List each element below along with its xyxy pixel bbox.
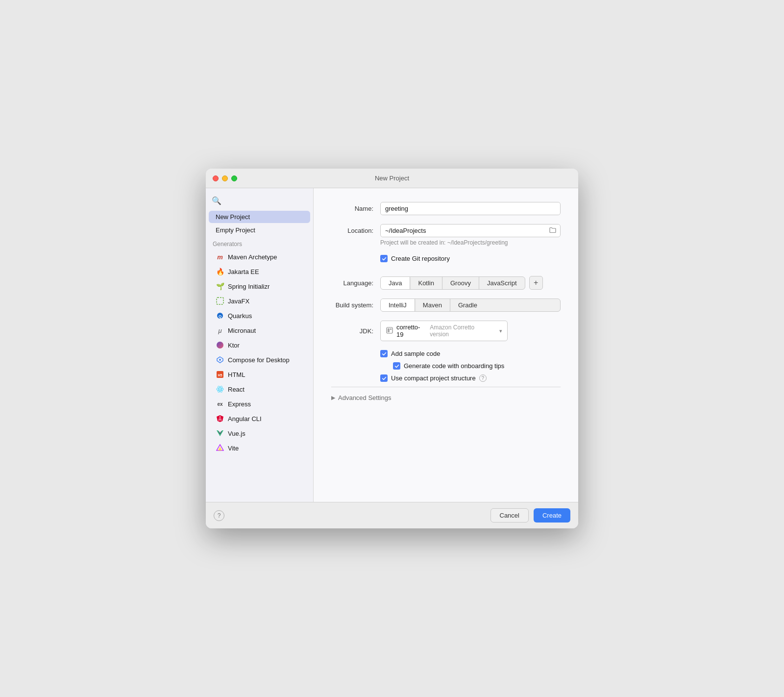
svg-text:H5: H5 — [218, 373, 222, 377]
sample-code-checkbox[interactable] — [380, 350, 388, 357]
build-maven-btn[interactable]: Maven — [415, 299, 450, 311]
sidebar-item-maven[interactable]: m Maven Archetype — [209, 250, 310, 264]
jdk-name: corretto-19 — [396, 324, 427, 338]
sidebar-item-ktor[interactable]: Ktor — [209, 338, 310, 352]
checkboxes-section: Add sample code Generate code with onboa… — [331, 350, 561, 382]
main-content: 🔍 New Project Empty Project Generators m… — [206, 188, 578, 502]
language-toggle-group: Java Kotlin Groovy JavaScript + — [380, 276, 561, 290]
sidebar-item-micronaut[interactable]: μ Micronaut — [209, 324, 310, 337]
sample-code-row: Add sample code — [380, 350, 561, 357]
svg-point-5 — [219, 359, 221, 361]
location-row: Location: Project will be created in: ~/… — [331, 224, 561, 246]
generators-section-label: Generators — [206, 237, 313, 249]
right-panel: Name: Location: Project will be created … — [314, 188, 578, 502]
language-control: Java Kotlin Groovy JavaScript + — [380, 276, 561, 290]
sidebar-item-spring[interactable]: 🌱 Spring Initializr — [209, 279, 310, 293]
vite-icon — [216, 444, 224, 452]
jdk-icon — [386, 326, 393, 336]
sidebar-item-compose[interactable]: Compose for Desktop — [209, 353, 310, 367]
micronaut-icon: μ — [216, 326, 224, 335]
language-label: Language: — [331, 279, 380, 287]
html-icon: H5 — [216, 370, 224, 379]
add-language-btn[interactable]: + — [529, 276, 543, 290]
maximize-button[interactable] — [231, 175, 237, 181]
spring-icon: 🌱 — [216, 282, 224, 291]
sidebar-item-jakarta[interactable]: 🔥 Jakarta EE — [209, 265, 310, 278]
jakarta-icon: 🔥 — [216, 267, 224, 276]
sidebar-item-express[interactable]: ex Express — [209, 397, 310, 411]
compact-checkbox[interactable] — [380, 374, 388, 382]
onboarding-checkbox[interactable] — [393, 362, 400, 370]
sidebar-item-new-project[interactable]: New Project — [209, 211, 310, 223]
sidebar-item-empty-project[interactable]: Empty Project — [209, 224, 310, 236]
title-bar: New Project — [206, 169, 578, 188]
name-label: Name: — [331, 205, 380, 212]
jdk-dropdown[interactable]: corretto-19 Amazon Corretto version ▾ — [380, 321, 508, 341]
react-icon — [216, 385, 224, 394]
angular-icon — [216, 414, 224, 423]
git-label: Create Git repository — [391, 255, 450, 262]
express-icon: ex — [216, 399, 224, 408]
sidebar-item-vue[interactable]: Vue.js — [209, 426, 310, 440]
language-kotlin-btn[interactable]: Kotlin — [410, 277, 442, 289]
compose-icon — [216, 355, 224, 364]
git-checkbox-row: Create Git repository — [380, 255, 561, 262]
onboarding-row: Generate code with onboarding tips — [393, 362, 561, 370]
folder-icon[interactable] — [549, 227, 556, 234]
build-label: Build system: — [331, 301, 380, 309]
advanced-toggle-btn[interactable]: ▶ Advanced Settings — [331, 394, 561, 401]
jdk-control: corretto-19 Amazon Corretto version ▾ — [380, 321, 561, 341]
sidebar-item-html[interactable]: H5 HTML — [209, 368, 310, 381]
location-hint: Project will be created in: ~/IdeaProjec… — [380, 239, 561, 246]
language-javascript-btn[interactable]: JavaScript — [479, 277, 525, 289]
onboarding-label: Generate code with onboarding tips — [404, 362, 504, 370]
maven-icon: m — [216, 252, 224, 261]
new-project-dialog: New Project 🔍 New Project Empty Project … — [206, 169, 578, 528]
name-row: Name: — [331, 202, 561, 215]
location-input[interactable] — [380, 224, 561, 237]
language-groovy-btn[interactable]: Groovy — [442, 277, 479, 289]
minimize-button[interactable] — [222, 175, 228, 181]
create-button[interactable]: Create — [534, 508, 570, 523]
location-control: Project will be created in: ~/IdeaProjec… — [380, 224, 561, 246]
build-intellij-btn[interactable]: IntelliJ — [381, 299, 415, 311]
name-input[interactable] — [380, 202, 561, 215]
git-row: Create Git repository — [331, 255, 561, 267]
language-row: Language: Java Kotlin Groovy JavaScript … — [331, 276, 561, 290]
git-checkbox[interactable] — [380, 255, 388, 262]
sidebar-item-angular[interactable]: Angular CLI — [209, 412, 310, 425]
build-gradle-btn[interactable]: Gradle — [450, 299, 485, 311]
svg-point-3 — [217, 342, 223, 348]
build-row: Build system: IntelliJ Maven Gradle — [331, 299, 561, 312]
language-buttons: Java Kotlin Groovy JavaScript — [380, 276, 525, 290]
bottom-actions: Cancel Create — [490, 508, 571, 523]
svg-text:Q: Q — [219, 314, 221, 319]
jdk-version: Amazon Corretto version — [430, 324, 494, 338]
git-control: Create Git repository — [380, 255, 561, 267]
location-label: Location: — [331, 224, 380, 234]
quarkus-icon: Q — [216, 311, 224, 320]
sidebar-item-javafx[interactable]: JavaFX — [209, 294, 310, 308]
bottom-bar: ? Cancel Create — [206, 502, 578, 528]
sidebar-item-quarkus[interactable]: Q Quarkus — [209, 309, 310, 323]
compact-label: Use compact project structure — [391, 374, 476, 382]
close-button[interactable] — [213, 175, 219, 181]
help-button[interactable]: ? — [214, 510, 224, 521]
window-title: New Project — [375, 174, 409, 182]
cancel-button[interactable]: Cancel — [490, 508, 529, 523]
name-control — [380, 202, 561, 215]
ktor-icon — [216, 341, 224, 349]
sidebar-item-react[interactable]: React — [209, 382, 310, 396]
language-java-btn[interactable]: Java — [381, 277, 410, 289]
compact-help-icon[interactable]: ? — [479, 374, 487, 382]
search-icon[interactable]: 🔍 — [212, 197, 221, 205]
window-controls — [213, 175, 237, 181]
build-control: IntelliJ Maven Gradle — [380, 299, 561, 312]
javafx-icon — [216, 297, 224, 305]
location-wrapper — [380, 224, 561, 237]
compact-row: Use compact project structure ? — [380, 374, 561, 382]
search-area[interactable]: 🔍 — [206, 193, 313, 210]
dropdown-arrow-icon: ▾ — [499, 328, 502, 334]
svg-point-11 — [220, 389, 221, 390]
sidebar-item-vite[interactable]: Vite — [209, 441, 310, 455]
